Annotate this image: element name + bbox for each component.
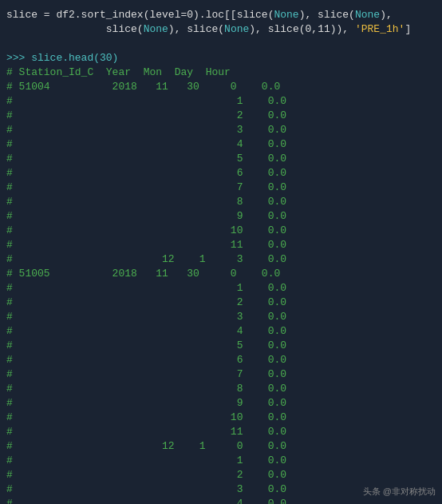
data-row-4: # 3 0.0	[6, 123, 436, 137]
code-line-prompt: >>> slice.head(30)	[6, 51, 436, 65]
data-row-1: # 51004 2018 11 30 0 0.0	[6, 80, 436, 94]
data-row-15: # 1 0.0	[6, 281, 436, 296]
code-line-2: slice(None), slice(None), slice(0,11)), …	[6, 22, 436, 37]
data-row-19: # 5 0.0	[6, 339, 436, 353]
data-row-7: # 6 0.0	[6, 166, 436, 181]
data-row-25: # 11 0.0	[6, 425, 436, 439]
data-row-18: # 4 0.0	[6, 324, 436, 339]
data-row-8: # 7 0.0	[6, 181, 436, 195]
data-row-21: # 7 0.0	[6, 367, 436, 382]
data-row-6: # 5 0.0	[6, 152, 436, 166]
data-row-13: # 12 1 3 0.0	[6, 252, 436, 267]
code-line-header: # Station_Id_C Year Mon Day Hour	[6, 65, 436, 80]
data-row-5: # 4 0.0	[6, 137, 436, 152]
data-row-24: # 10 0.0	[6, 411, 436, 425]
data-row-9: # 8 0.0	[6, 195, 436, 209]
data-row-17: # 3 0.0	[6, 310, 436, 324]
code-line-1: slice = df2.sort_index(level=0).loc[[sli…	[6, 8, 436, 22]
data-row-12: # 11 0.0	[6, 238, 436, 252]
terminal-window: slice = df2.sort_index(level=0).loc[[sli…	[0, 0, 442, 504]
data-row-26: # 12 1 0 0.0	[6, 439, 436, 454]
data-row-30: # 4 0.0	[6, 497, 436, 504]
data-row-11: # 10 0.0	[6, 224, 436, 238]
watermark: 头条 @非对称扰动	[363, 486, 436, 498]
data-row-16: # 2 0.0	[6, 296, 436, 310]
code-line-blank	[6, 37, 436, 51]
data-row-20: # 6 0.0	[6, 353, 436, 367]
data-row-22: # 8 0.0	[6, 382, 436, 396]
data-row-27: # 1 0.0	[6, 454, 436, 468]
data-row-3: # 2 0.0	[6, 109, 436, 123]
data-row-28: # 2 0.0	[6, 468, 436, 482]
data-row-10: # 9 0.0	[6, 209, 436, 224]
data-row-2: # 1 0.0	[6, 94, 436, 109]
data-row-14: # 51005 2018 11 30 0 0.0	[6, 267, 436, 281]
data-row-23: # 9 0.0	[6, 396, 436, 411]
